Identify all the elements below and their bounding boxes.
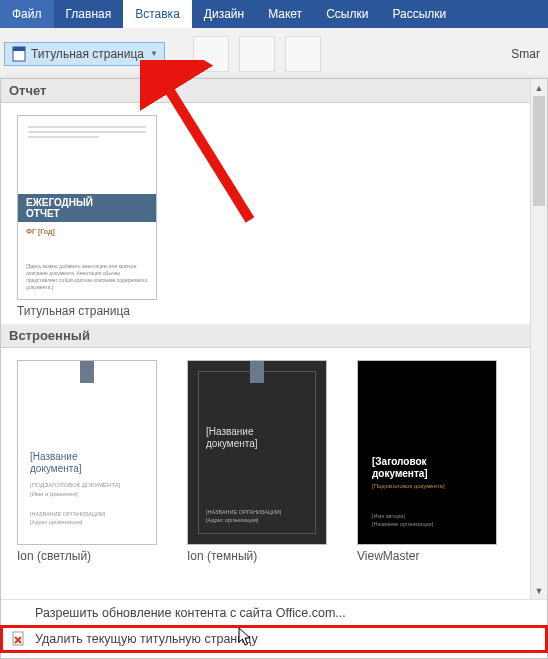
online-pictures-button[interactable]: [285, 36, 321, 72]
svg-rect-1: [13, 47, 25, 51]
menu-office-update-label: Разрешить обновление контента с сайта Of…: [35, 606, 346, 620]
tab-design[interactable]: Дизайн: [192, 0, 256, 28]
ion-light-caption: Ion (светлый): [17, 549, 157, 563]
menu-save-selection: Сохранить выделенный фрагмент в коллекци…: [1, 652, 547, 659]
ion-dark-ft2: [Адрес организации]: [206, 517, 258, 523]
ribbon-other-buttons: [193, 36, 321, 72]
scroll-thumb[interactable]: [533, 96, 545, 206]
tab-file[interactable]: Файл: [0, 0, 54, 28]
svg-rect-5: [13, 632, 23, 645]
ion-light-sub2: [Имя и фамилия]: [30, 491, 78, 497]
smartart-button[interactable]: Smar: [507, 47, 544, 61]
vm-title1: [Заголовок: [372, 456, 427, 467]
vm-sub: [Подзаголовок документа]: [372, 483, 445, 489]
template-annual-report[interactable]: ЕЖЕГОДНЫЙ ОТЧЕТ ФГ [Год] [Здесь можно до…: [17, 115, 157, 318]
ion-light-ft2: [Адрес организации]: [30, 519, 82, 525]
vm-ft2: [Название организации]: [372, 521, 433, 527]
ribbon-tabs: Файл Главная Вставка Дизайн Макет Ссылки…: [0, 0, 548, 28]
pictures-button[interactable]: [239, 36, 275, 72]
annual-footer: [Здесь можно добавить аннотацию или крат…: [26, 263, 148, 291]
section-builtin-header: Встроенный: [1, 324, 547, 348]
cover-page-gallery: ▲ ▼ Отчет ЕЖЕГОДНЫЙ ОТЧЕТ ФГ [Год] [Здес…: [0, 78, 548, 659]
ion-light-ft1: [НАЗВАНИЕ ОРГАНИЗАЦИИ]: [30, 511, 105, 517]
vm-title2: документа]: [372, 468, 428, 479]
ribbon: Титульная страница ▼ Smar: [0, 28, 548, 80]
menu-remove-cover-label: Удалить текущую титульную страницу: [35, 632, 258, 646]
menu-remove-cover[interactable]: Удалить текущую титульную страницу: [1, 626, 547, 652]
template-ion-light[interactable]: [Название документа] [ПОДЗАГОЛОВОК ДОКУМ…: [17, 360, 157, 563]
template-ion-dark[interactable]: [Название документа] [НАЗВАНИЕ ОРГАНИЗАЦ…: [187, 360, 327, 563]
tab-layout[interactable]: Макет: [256, 0, 314, 28]
chevron-down-icon: ▼: [150, 49, 158, 58]
table-button[interactable]: [193, 36, 229, 72]
section-report-header: Отчет: [1, 79, 547, 103]
tab-home[interactable]: Главная: [54, 0, 124, 28]
cover-page-icon: [11, 46, 27, 62]
cover-page-button[interactable]: Титульная страница ▼: [4, 42, 165, 66]
tab-insert[interactable]: Вставка: [123, 0, 192, 28]
ion-light-title2: документа]: [30, 463, 82, 474]
ion-dark-ft1: [НАЗВАНИЕ ОРГАНИЗАЦИИ]: [206, 509, 281, 515]
cover-page-label: Титульная страница: [31, 47, 144, 61]
vm-ft1: [Имя автора]: [372, 513, 405, 519]
ion-light-title1: [Название: [30, 451, 77, 462]
annual-line1: ЕЖЕГОДНЫЙ: [26, 197, 93, 208]
remove-cover-icon: [11, 631, 27, 647]
tab-references[interactable]: Ссылки: [314, 0, 380, 28]
tab-mailings[interactable]: Рассылки: [380, 0, 458, 28]
annual-sub: ФГ [Год]: [26, 228, 55, 235]
ion-dark-title2: документа]: [206, 438, 258, 449]
scroll-down-icon[interactable]: ▼: [531, 582, 547, 599]
ion-light-sub: [ПОДЗАГОЛОВОК ДОКУМЕНТА]: [30, 482, 121, 488]
ion-dark-title1: [Название: [206, 426, 253, 437]
ion-dark-caption: Ion (темный): [187, 549, 327, 563]
gallery-menu: Разрешить обновление контента с сайта Of…: [1, 599, 547, 659]
vm-caption: ViewMaster: [357, 549, 497, 563]
gallery-scrollbar[interactable]: ▲ ▼: [530, 79, 547, 599]
menu-office-update[interactable]: Разрешить обновление контента с сайта Of…: [1, 600, 547, 626]
annual-line2: ОТЧЕТ: [26, 208, 60, 219]
scroll-up-icon[interactable]: ▲: [531, 79, 547, 96]
annual-caption: Титульная страница: [17, 304, 157, 318]
template-viewmaster[interactable]: [Заголовок документа] [Подзаголовок доку…: [357, 360, 497, 563]
smartart-label: Smar: [511, 47, 540, 61]
